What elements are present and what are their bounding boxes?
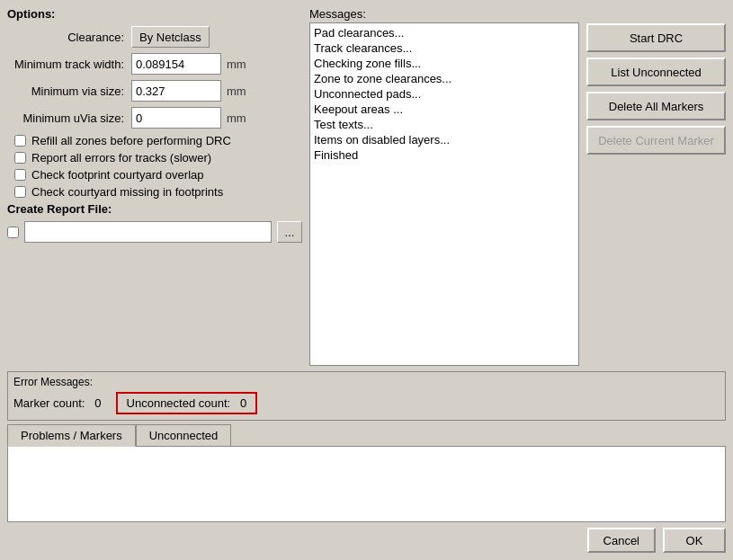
courtyard-label: Check footprint courtyard overlap: [31, 168, 203, 182]
message-item: Zone to zone clearances...: [312, 71, 577, 86]
min-track-width-unit: mm: [227, 58, 246, 71]
message-item: Pad clearances...: [312, 25, 577, 40]
checkbox-courtyard: Check footprint courtyard overlap: [7, 168, 302, 182]
dialog: Options: Clearance: By Netclass Minimum …: [0, 0, 733, 560]
report-file-checkbox[interactable]: [7, 227, 19, 238]
message-item: Keepout areas ...: [312, 102, 577, 117]
unconnected-count-box: Unconnected count: 0: [116, 392, 258, 414]
clearance-button[interactable]: By Netclass: [131, 26, 210, 48]
refill-checkbox[interactable]: [14, 135, 26, 147]
tabs-header: Problems / Markers Unconnected: [7, 424, 726, 446]
right-panel: Start DRC List Unconnected Delete All Ma…: [586, 7, 726, 366]
message-item: Finished: [312, 147, 577, 163]
courtyard-missing-checkbox[interactable]: [14, 186, 26, 198]
error-messages-group: Error Messages: Marker count: 0 Unconnec…: [7, 371, 726, 421]
ok-button[interactable]: OK: [663, 528, 726, 553]
list-unconnected-button[interactable]: List Unconnected: [586, 58, 726, 86]
courtyard-checkbox[interactable]: [14, 169, 26, 181]
unconnected-count-value: 0: [240, 396, 246, 410]
tabs-container: Problems / Markers Unconnected: [7, 424, 726, 522]
unconnected-count-label: Unconnected count:: [127, 396, 231, 410]
report-file-input[interactable]: [24, 221, 272, 243]
messages-list: Pad clearances...Track clearances...Chec…: [309, 22, 579, 366]
min-track-width-input[interactable]: [131, 53, 221, 75]
message-item: Checking zone fills...: [312, 56, 577, 71]
message-item: Unconnected pads...: [312, 86, 577, 102]
dialog-footer: Cancel OK: [7, 522, 726, 553]
options-section: Options: Clearance: By Netclass Minimum …: [7, 7, 302, 243]
clearance-label: Clearance:: [7, 31, 124, 44]
tab-content: [7, 446, 726, 522]
browse-button[interactable]: ...: [277, 221, 302, 243]
status-row: Marker count: 0 Unconnected count: 0: [13, 392, 720, 414]
delete-current-marker-button[interactable]: Delete Current Marker: [586, 126, 726, 155]
refill-label: Refill all zones before performing DRC: [31, 134, 231, 147]
message-item: Items on disabled layers...: [312, 132, 577, 147]
main-content: Options: Clearance: By Netclass Minimum …: [7, 7, 726, 366]
checkbox-report: Report all errors for tracks (slower): [7, 151, 302, 164]
clearance-row: Clearance: By Netclass: [7, 26, 302, 48]
messages-label: Messages:: [309, 7, 579, 21]
tab-unconnected[interactable]: Unconnected: [136, 424, 232, 446]
min-uvia-size-label: Minimum uVia size:: [7, 111, 124, 125]
min-uvia-size-row: Minimum uVia size: mm: [7, 107, 302, 129]
marker-count-value: 0: [94, 396, 101, 410]
courtyard-missing-label: Check courtyard missing in footprints: [31, 185, 223, 199]
bottom-section: Error Messages: Marker count: 0 Unconnec…: [7, 371, 726, 522]
report-label: Report all errors for tracks (slower): [31, 151, 211, 164]
min-track-width-row: Minimum track width: mm: [7, 53, 302, 75]
start-drc-button[interactable]: Start DRC: [586, 23, 726, 52]
min-via-size-unit: mm: [227, 84, 246, 98]
checkbox-courtyard-missing: Check courtyard missing in footprints: [7, 185, 302, 199]
message-item: Track clearances...: [312, 40, 577, 56]
min-via-size-label: Minimum via size:: [7, 84, 124, 98]
min-via-size-row: Minimum via size: mm: [7, 80, 302, 102]
delete-all-markers-button[interactable]: Delete All Markers: [586, 92, 726, 120]
error-messages-title: Error Messages:: [13, 376, 720, 388]
options-title: Options:: [7, 7, 302, 21]
marker-count-text: Marker count:: [13, 396, 85, 410]
messages-panel: Messages: Pad clearances...Track clearan…: [309, 7, 579, 366]
min-uvia-size-input[interactable]: [131, 107, 221, 129]
report-file-row: ...: [7, 221, 302, 243]
min-uvia-size-unit: mm: [227, 111, 246, 125]
message-item: Test texts...: [312, 117, 577, 132]
report-checkbox[interactable]: [14, 152, 26, 164]
min-via-size-input[interactable]: [131, 80, 221, 102]
report-file-title: Create Report File:: [7, 202, 302, 216]
marker-count-label: Marker count: 0: [13, 396, 102, 410]
cancel-button[interactable]: Cancel: [587, 528, 656, 553]
min-track-width-label: Minimum track width:: [7, 58, 124, 71]
tab-problems-markers[interactable]: Problems / Markers: [7, 424, 136, 447]
left-panel: Options: Clearance: By Netclass Minimum …: [7, 7, 302, 366]
report-section: Create Report File: ...: [7, 202, 302, 243]
checkbox-refill: Refill all zones before performing DRC: [7, 134, 302, 147]
